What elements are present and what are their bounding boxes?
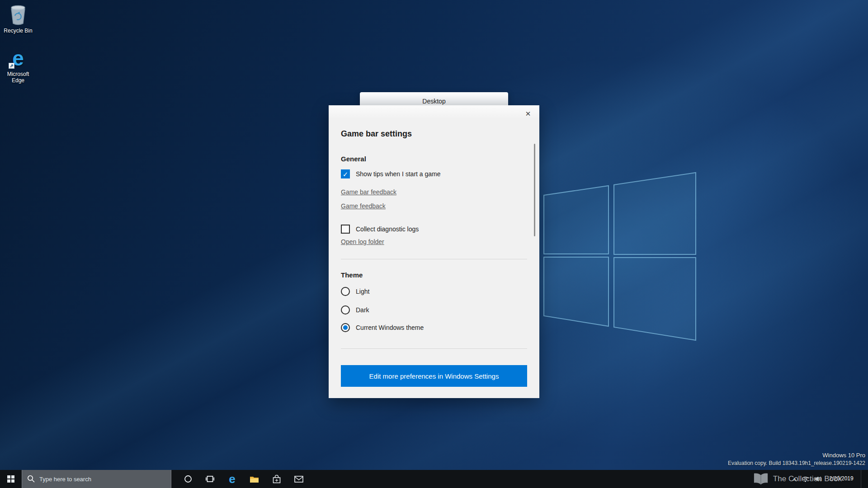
show-tips-checkbox-row[interactable]: Show tips when I start a game [341, 169, 527, 179]
theme-option-dark[interactable]: Dark [341, 305, 527, 315]
clock-date[interactable]: 2/20/2019 [827, 470, 855, 488]
system-tray: ^ 2/20/2019 [793, 470, 868, 488]
windows-edition: Windows 10 Pro [728, 451, 865, 460]
theme-option-current-windows-theme[interactable]: Current Windows theme [341, 322, 527, 333]
collect-logs-checkbox-row[interactable]: Collect diagnostic logs [341, 224, 527, 235]
desktop-icon-microsoft-edge[interactable]: e ↗ Microsoft Edge [0, 48, 36, 84]
general-heading: General [341, 155, 527, 163]
dialog-scrollbar[interactable] [534, 144, 535, 236]
file-explorer-icon [250, 475, 259, 483]
windows-start-icon [7, 475, 14, 483]
windows-build-watermark: Windows 10 Pro Evaluation copy. Build 18… [728, 451, 865, 467]
mail-icon [294, 476, 303, 483]
start-button[interactable] [0, 470, 22, 488]
edge-label: Microsoft Edge [0, 71, 36, 84]
file-explorer-button[interactable] [243, 470, 265, 488]
desktop-root: Recycle Bin e ↗ Microsoft Edge Desktop ✕… [0, 0, 868, 488]
dark-label: Dark [356, 306, 369, 314]
close-icon[interactable]: ✕ [521, 108, 535, 119]
game-feedback-link[interactable]: Game feedback [341, 202, 386, 210]
collect-logs-checkbox[interactable] [341, 225, 350, 234]
taskbar-search [22, 470, 171, 488]
cortana-icon [184, 475, 192, 483]
edit-preferences-button[interactable]: Edit more preferences in Windows Setting… [341, 365, 527, 387]
edge-icon: e [229, 473, 235, 485]
theme-option-light[interactable]: Light [341, 286, 527, 297]
cortana-button[interactable] [177, 470, 199, 488]
light-label: Light [356, 288, 369, 295]
search-input[interactable] [22, 470, 171, 488]
current-theme-label: Current Windows theme [356, 324, 424, 331]
show-desktop-button[interactable] [861, 470, 863, 488]
theme-heading: Theme [341, 271, 527, 279]
dialog-header: ✕ [329, 105, 539, 119]
task-view-button[interactable] [199, 470, 221, 488]
current-theme-radio[interactable] [341, 323, 350, 332]
light-radio[interactable] [341, 287, 350, 296]
show-tips-label: Show tips when I start a game [356, 170, 441, 178]
search-icon [27, 475, 35, 483]
network-icon[interactable] [802, 476, 809, 482]
tray-date: 2/20/2019 [827, 475, 855, 482]
recycle-bin-icon [9, 5, 28, 25]
taskbar: e ^ [0, 470, 868, 488]
dialog-title: Game bar settings [341, 129, 527, 139]
tray-overflow-caret-icon[interactable]: ^ [793, 477, 796, 483]
show-tips-checkbox[interactable] [341, 169, 350, 178]
desktop-widget-title: Desktop [422, 98, 445, 105]
section-divider [341, 259, 527, 259]
edge-icon: e ↗ [8, 48, 28, 69]
dark-radio[interactable] [341, 305, 350, 314]
windows-build: Evaluation copy. Build 18343.19h1_releas… [728, 460, 865, 467]
game-bar-settings-dialog: ✕ Game bar settings General Show tips wh… [329, 105, 539, 398]
task-view-icon [206, 475, 214, 483]
footer-divider [341, 348, 527, 349]
open-log-folder-link[interactable]: Open log folder [341, 238, 384, 246]
dialog-body: Game bar settings General Show tips when… [329, 129, 539, 387]
mail-button[interactable] [288, 470, 310, 488]
volume-icon[interactable] [815, 476, 822, 482]
edge-taskbar-button[interactable]: e [221, 470, 243, 488]
desktop-icon-recycle-bin[interactable]: Recycle Bin [0, 5, 36, 34]
store-icon [273, 475, 281, 483]
game-bar-feedback-link[interactable]: Game bar feedback [341, 188, 396, 196]
shortcut-arrow-icon: ↗ [9, 63, 14, 69]
recycle-bin-label: Recycle Bin [4, 28, 32, 34]
store-button[interactable] [265, 470, 288, 488]
collect-logs-label: Collect diagnostic logs [356, 225, 419, 233]
